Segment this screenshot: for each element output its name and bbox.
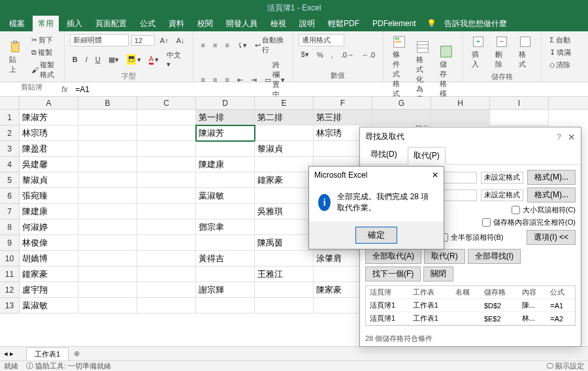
cell[interactable]: 陳淑芳 — [196, 125, 255, 141]
comma-button[interactable]: , — [329, 50, 336, 60]
cell[interactable] — [78, 141, 137, 157]
cell[interactable] — [137, 125, 196, 141]
fill-button[interactable]: ↧填滿 — [547, 46, 574, 59]
col-header[interactable]: A — [20, 97, 78, 109]
cell[interactable] — [78, 110, 137, 125]
cell[interactable] — [78, 266, 137, 282]
cell[interactable]: 鐘家豪 — [255, 172, 314, 188]
col-header[interactable]: E — [255, 97, 314, 109]
col-header[interactable]: G — [372, 97, 431, 109]
cell[interactable] — [78, 251, 137, 266]
tab-formulas[interactable]: 公式 — [135, 16, 161, 32]
tab-help[interactable]: 說明 — [294, 16, 320, 32]
tab-pdf2[interactable]: PDFelement — [367, 16, 421, 31]
decrease-font-button[interactable]: A↓ — [174, 35, 188, 46]
options-button[interactable]: 選項(I) << — [527, 230, 576, 245]
align-middle-button[interactable]: ≡ — [210, 40, 220, 50]
row-header[interactable]: 7 — [0, 204, 20, 219]
cell[interactable]: 吳雅琪 — [255, 204, 314, 219]
row-header[interactable]: 2 — [0, 125, 20, 141]
col-header[interactable]: D — [196, 97, 255, 109]
insert-cells-button[interactable]: +插入 — [468, 34, 489, 71]
tab-review[interactable]: 校閱 — [192, 16, 218, 32]
cell[interactable] — [137, 157, 196, 172]
align-bottom-button[interactable]: ≡ — [222, 40, 231, 50]
tab-developer[interactable]: 開發人員 — [221, 16, 263, 32]
cell[interactable] — [78, 219, 137, 235]
cell[interactable] — [78, 282, 137, 298]
row-header[interactable]: 3 — [0, 141, 20, 157]
cell[interactable] — [196, 204, 255, 219]
cell[interactable]: 盧宇翔 — [20, 282, 78, 298]
cell[interactable]: 鄧宗聿 — [196, 219, 255, 235]
cell[interactable] — [255, 251, 314, 266]
indent-dec-button[interactable]: ⇤ — [235, 74, 246, 86]
cell[interactable] — [196, 266, 255, 282]
row-header[interactable]: 5 — [0, 172, 20, 188]
row-header[interactable]: 12 — [0, 282, 20, 298]
close-icon[interactable]: ✕ — [568, 132, 576, 142]
font-color-button[interactable]: A▾ — [146, 54, 161, 66]
close-button[interactable]: 關閉 — [423, 266, 453, 282]
cell[interactable] — [78, 188, 137, 204]
close-icon[interactable]: ✕ — [432, 170, 438, 180]
font-name-select[interactable]: 新細明體 — [70, 34, 129, 46]
cell[interactable] — [137, 204, 196, 219]
select-all-corner[interactable] — [0, 97, 20, 109]
format-cells-button[interactable]: 格式 — [515, 34, 536, 71]
cell[interactable] — [196, 172, 255, 188]
cell[interactable] — [137, 110, 196, 125]
cell[interactable]: 王雅江 — [255, 266, 314, 282]
row-header[interactable]: 9 — [0, 235, 20, 251]
col-header[interactable]: B — [78, 97, 137, 109]
cell[interactable]: 陳盈君 — [20, 141, 78, 157]
bold-button[interactable]: B — [70, 54, 80, 65]
find-format-button[interactable]: 格式(M)... — [527, 170, 576, 185]
sheet-tab[interactable]: 工作表1 — [26, 347, 69, 361]
cell[interactable] — [372, 110, 431, 125]
tab-view[interactable]: 檢視 — [265, 16, 291, 32]
row-header[interactable]: 11 — [0, 266, 20, 282]
italic-button[interactable]: I — [83, 54, 90, 65]
replace-all-button[interactable]: 全部取代(A) — [365, 249, 421, 264]
format-painter-button[interactable]: 🖌複製格式 — [29, 59, 59, 81]
cut-button[interactable]: ✂剪下 — [29, 34, 56, 46]
phonetic-button[interactable]: 中文▾ — [164, 49, 187, 70]
cell[interactable] — [255, 298, 314, 314]
cell[interactable]: 黎淑貞 — [255, 141, 314, 157]
border-button[interactable]: ▦▾ — [106, 54, 122, 65]
match-fullhalf-checkbox[interactable]: 全半形須相符(B) — [440, 233, 504, 242]
cell[interactable]: 葉淑敏 — [20, 298, 78, 314]
cell[interactable]: 胡嬌博 — [20, 251, 78, 266]
display-settings-button[interactable]: 🖵 顯示設定 — [546, 362, 584, 370]
replace-format-button[interactable]: 格式(M)... — [527, 187, 576, 202]
row-header[interactable]: 10 — [0, 251, 20, 266]
cell[interactable]: 黎淑貞 — [20, 172, 78, 188]
cell[interactable]: 陳禹茵 — [255, 235, 314, 251]
cell[interactable] — [137, 172, 196, 188]
col-header[interactable]: I — [490, 97, 549, 109]
fill-color-button[interactable]: ⬒▾ — [124, 53, 144, 66]
cell[interactable]: 張宛臻 — [20, 188, 78, 204]
cell[interactable] — [78, 298, 137, 314]
cell[interactable] — [78, 235, 137, 251]
row-header[interactable]: 8 — [0, 219, 20, 235]
cell[interactable] — [196, 298, 255, 314]
cell[interactable]: 陳建康 — [196, 157, 255, 172]
clear-button[interactable]: ◇清除 — [547, 59, 573, 71]
tab-insert[interactable]: 插入 — [61, 16, 88, 32]
cell[interactable]: 陳建康 — [20, 204, 78, 219]
replace-button[interactable]: 取代(R) — [424, 249, 465, 264]
tab-data[interactable]: 資料 — [163, 16, 189, 32]
cell[interactable]: 第一排 — [196, 110, 255, 125]
cell[interactable] — [137, 219, 196, 235]
cell[interactable] — [137, 282, 196, 298]
cell[interactable]: 林俊偉 — [20, 235, 78, 251]
inc-decimal-button[interactable]: .0→ — [338, 50, 357, 60]
cell[interactable]: 陳淑芳 — [20, 110, 78, 125]
align-right-button[interactable]: ≡ — [222, 74, 231, 85]
cell[interactable] — [255, 157, 314, 172]
col-header[interactable]: C — [137, 97, 196, 109]
indent-inc-button[interactable]: ⇥ — [248, 74, 259, 86]
increase-font-button[interactable]: A↑ — [157, 35, 171, 46]
